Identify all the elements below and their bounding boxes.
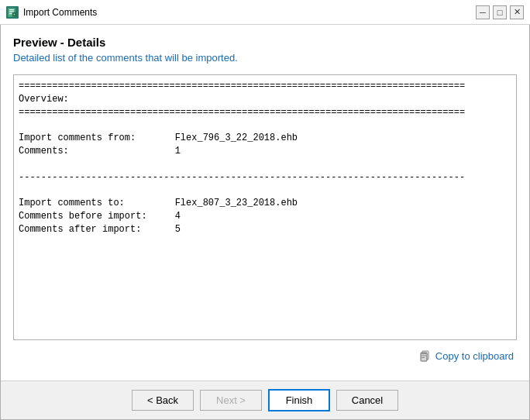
spacer [1, 365, 529, 380]
header-section: Preview - Details Detailed list of the c… [1, 25, 529, 71]
copy-to-clipboard-button[interactable]: Copy to clipboard [416, 348, 517, 363]
svg-rect-9 [422, 356, 426, 356]
svg-rect-3 [9, 13, 12, 14]
clipboard-icon [419, 349, 432, 362]
footer: < Back Next > Finish Cancel [1, 380, 529, 419]
page-title: Preview - Details [13, 36, 517, 49]
page-subtitle: Detailed list of the comments that will … [13, 52, 517, 64]
title-bar: + Import Comments ─ □ ✕ [0, 0, 530, 25]
preview-box: ========================================… [13, 74, 517, 340]
window-title: Import Comments [23, 7, 97, 18]
title-bar-left: + Import Comments [6, 6, 97, 19]
window-controls: ─ □ ✕ [476, 5, 524, 19]
svg-rect-1 [9, 9, 14, 10]
maximize-button[interactable]: □ [493, 5, 507, 19]
preview-section: ========================================… [1, 71, 529, 343]
minimize-button[interactable]: ─ [476, 5, 490, 19]
preview-text[interactable]: ========================================… [14, 75, 516, 339]
cancel-button[interactable]: Cancel [336, 390, 398, 411]
svg-rect-8 [422, 353, 426, 354]
dialog-body: Preview - Details Detailed list of the c… [0, 25, 530, 420]
app-icon: + [6, 6, 19, 19]
finish-button[interactable]: Finish [268, 389, 330, 411]
clipboard-label: Copy to clipboard [435, 350, 514, 362]
clipboard-row: Copy to clipboard [1, 343, 529, 365]
next-button[interactable]: Next > [200, 390, 262, 411]
back-button[interactable]: < Back [132, 390, 194, 411]
svg-rect-10 [422, 357, 425, 358]
close-button[interactable]: ✕ [510, 5, 524, 19]
